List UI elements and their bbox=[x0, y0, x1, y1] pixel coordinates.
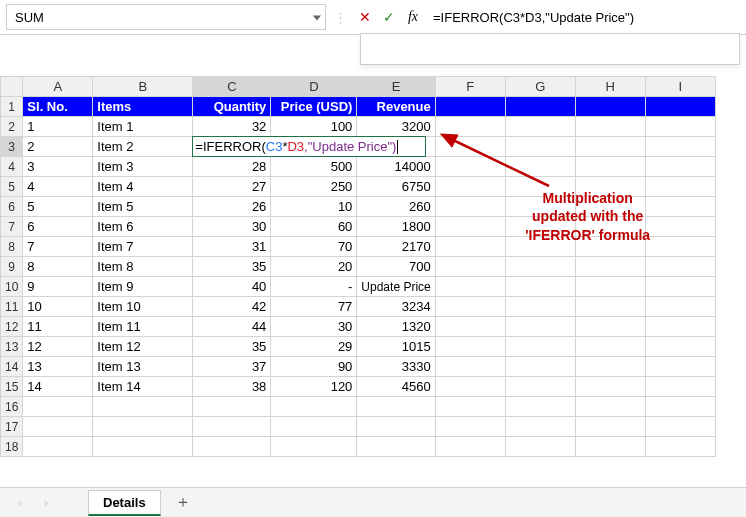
cell[interactable] bbox=[505, 137, 575, 157]
cell[interactable]: 1 bbox=[23, 117, 93, 137]
row-header[interactable]: 11 bbox=[1, 297, 23, 317]
cell[interactable]: 35 bbox=[193, 337, 271, 357]
cell[interactable] bbox=[645, 97, 715, 117]
cell[interactable] bbox=[93, 437, 193, 457]
cell[interactable]: 30 bbox=[271, 317, 357, 337]
cell[interactable] bbox=[575, 317, 645, 337]
cell[interactable] bbox=[435, 257, 505, 277]
cell[interactable]: Item 9 bbox=[93, 277, 193, 297]
cell[interactable] bbox=[271, 397, 357, 417]
row-header[interactable]: 8 bbox=[1, 237, 23, 257]
cell[interactable] bbox=[575, 437, 645, 457]
cell[interactable] bbox=[645, 257, 715, 277]
row-header[interactable]: 4 bbox=[1, 157, 23, 177]
row-header[interactable]: 7 bbox=[1, 217, 23, 237]
cell[interactable] bbox=[435, 117, 505, 137]
cell[interactable] bbox=[645, 237, 715, 257]
cell[interactable]: 44 bbox=[193, 317, 271, 337]
cell[interactable] bbox=[505, 357, 575, 377]
column-header[interactable]: I bbox=[645, 77, 715, 97]
column-header[interactable]: G bbox=[505, 77, 575, 97]
next-sheet-button[interactable]: › bbox=[36, 493, 56, 513]
cell[interactable] bbox=[271, 417, 357, 437]
cell[interactable]: Item 3 bbox=[93, 157, 193, 177]
cell[interactable] bbox=[435, 277, 505, 297]
row-header[interactable]: 14 bbox=[1, 357, 23, 377]
cell[interactable]: Item 10 bbox=[93, 297, 193, 317]
cell[interactable] bbox=[645, 277, 715, 297]
cell[interactable] bbox=[435, 317, 505, 337]
column-header[interactable]: B bbox=[93, 77, 193, 97]
column-header[interactable]: F bbox=[435, 77, 505, 97]
cell[interactable]: 1320 bbox=[357, 317, 435, 337]
cell[interactable] bbox=[505, 157, 575, 177]
row-header[interactable]: 12 bbox=[1, 317, 23, 337]
cell[interactable] bbox=[645, 377, 715, 397]
row-header[interactable]: 5 bbox=[1, 177, 23, 197]
row-header[interactable]: 18 bbox=[1, 437, 23, 457]
cell[interactable]: 90 bbox=[271, 357, 357, 377]
cell[interactable]: 4 bbox=[23, 177, 93, 197]
cancel-icon[interactable]: ✕ bbox=[355, 6, 375, 28]
cell[interactable] bbox=[435, 197, 505, 217]
cell[interactable]: Item 11 bbox=[93, 317, 193, 337]
row-header[interactable]: 13 bbox=[1, 337, 23, 357]
cell[interactable]: Item 7 bbox=[93, 237, 193, 257]
cell[interactable]: 77 bbox=[271, 297, 357, 317]
formula-input[interactable]: =IFERROR(C3*D3,"Update Price") bbox=[427, 8, 740, 27]
row-header[interactable]: 16 bbox=[1, 397, 23, 417]
cell[interactable]: 5 bbox=[23, 197, 93, 217]
cell[interactable] bbox=[93, 397, 193, 417]
cell[interactable] bbox=[435, 417, 505, 437]
cell[interactable]: 14 bbox=[23, 377, 93, 397]
cell[interactable]: 28 bbox=[193, 157, 271, 177]
cell[interactable] bbox=[435, 397, 505, 417]
cell[interactable] bbox=[505, 337, 575, 357]
cell[interactable]: 31 bbox=[193, 237, 271, 257]
cell[interactable] bbox=[645, 217, 715, 237]
row-header[interactable]: 17 bbox=[1, 417, 23, 437]
cell[interactable]: 10 bbox=[271, 197, 357, 217]
cell[interactable]: 260 bbox=[357, 197, 435, 217]
cell[interactable]: 6750 bbox=[357, 177, 435, 197]
cell[interactable] bbox=[435, 297, 505, 317]
cell[interactable]: Update Price bbox=[357, 277, 435, 297]
cell[interactable]: 60 bbox=[271, 217, 357, 237]
cell[interactable] bbox=[505, 97, 575, 117]
cell[interactable]: =IFERROR(C3*D3,"Update Price") bbox=[193, 137, 271, 157]
cell[interactable] bbox=[575, 157, 645, 177]
cell[interactable]: 20 bbox=[271, 257, 357, 277]
confirm-icon[interactable]: ✓ bbox=[379, 6, 399, 28]
fx-icon[interactable]: fx bbox=[403, 6, 423, 28]
cell[interactable]: 38 bbox=[193, 377, 271, 397]
add-sheet-button[interactable]: ＋ bbox=[167, 492, 199, 513]
cell[interactable] bbox=[505, 117, 575, 137]
row-header[interactable]: 9 bbox=[1, 257, 23, 277]
column-header[interactable]: D bbox=[271, 77, 357, 97]
cell[interactable] bbox=[435, 237, 505, 257]
cell[interactable] bbox=[575, 337, 645, 357]
cell[interactable]: 32 bbox=[193, 117, 271, 137]
cell[interactable] bbox=[435, 177, 505, 197]
cell[interactable] bbox=[435, 137, 505, 157]
cell[interactable] bbox=[505, 277, 575, 297]
cell[interactable] bbox=[505, 397, 575, 417]
row-header[interactable]: 15 bbox=[1, 377, 23, 397]
cell[interactable]: 11 bbox=[23, 317, 93, 337]
cell[interactable] bbox=[23, 397, 93, 417]
cell[interactable] bbox=[575, 417, 645, 437]
column-header[interactable]: H bbox=[575, 77, 645, 97]
cell[interactable]: 29 bbox=[271, 337, 357, 357]
row-header[interactable]: 6 bbox=[1, 197, 23, 217]
header-cell[interactable]: Quantity bbox=[193, 97, 271, 117]
cell[interactable]: Item 2 bbox=[93, 137, 193, 157]
cell[interactable]: 8 bbox=[23, 257, 93, 277]
cell[interactable] bbox=[645, 417, 715, 437]
cell[interactable]: 1015 bbox=[357, 337, 435, 357]
cell[interactable]: 700 bbox=[357, 257, 435, 277]
cell[interactable] bbox=[575, 377, 645, 397]
cell[interactable]: Item 1 bbox=[93, 117, 193, 137]
row-header[interactable]: 2 bbox=[1, 117, 23, 137]
cell[interactable] bbox=[645, 437, 715, 457]
cell[interactable]: 35 bbox=[193, 257, 271, 277]
